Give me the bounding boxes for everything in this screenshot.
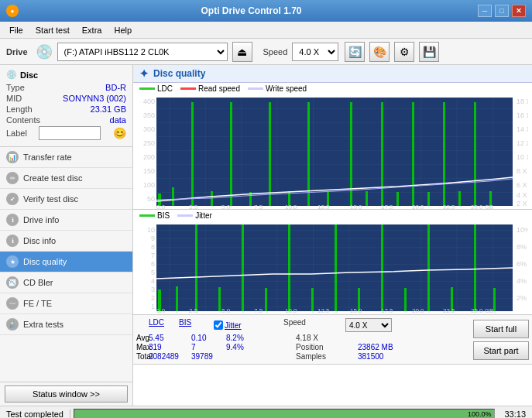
svg-text:10.0: 10.0 [285,307,297,314]
avg-ldc: 5.45 [149,334,191,342]
svg-text:2.5: 2.5 [189,204,198,209]
speed-select[interactable]: 4.0 X [292,43,338,61]
nav-extra-tests[interactable]: 🔬 Extra tests [0,314,132,335]
chart-speed-select[interactable]: 4.0 X [345,318,392,332]
status-window-button[interactable]: Status window >> [5,385,128,403]
svg-rect-69 [195,224,197,311]
maximize-button[interactable]: □ [495,5,509,17]
progress-percent: 100.0% [468,410,492,418]
charts-area: LDC Read speed Write speed [133,83,532,406]
legend-bis: BIS [139,211,170,220]
svg-rect-71 [242,224,244,311]
transfer-rate-icon: 📊 [6,151,19,163]
svg-rect-31 [381,102,383,206]
start-part-button[interactable]: Start part [473,341,529,360]
save-button[interactable]: 💾 [419,42,439,62]
max-label: Max [136,343,149,351]
svg-text:17.5: 17.5 [381,307,393,314]
menu-extra[interactable]: Extra [76,24,108,36]
svg-text:16 X: 16 X [517,111,528,119]
stats-table: LDC BIS Jitter Speed 4.0 X Avg [136,318,467,361]
drive-select[interactable]: (F:) ATAPI iHBS112 2 CL0K [57,43,228,61]
svg-rect-82 [493,288,496,311]
settings-button1[interactable]: 🎨 [369,42,390,62]
nav-extra-tests-label: Extra tests [23,320,63,329]
max-ldc: 319 [149,343,191,351]
minimize-button[interactable]: ─ [478,5,492,17]
svg-rect-36 [458,191,461,206]
nav-verify-test-disc[interactable]: ✔ Verify test disc [0,189,132,210]
total-ldc: 2082489 [149,352,191,361]
label-input[interactable] [39,126,101,140]
toolbar: Drive 💿 (F:) ATAPI iHBS112 2 CL0K ⏏ Spee… [0,39,532,65]
nav-drive-info[interactable]: ℹ Drive info [0,210,132,231]
svg-text:9: 9 [151,235,155,242]
menu-start-test[interactable]: Start test [29,24,76,36]
svg-text:7.5: 7.5 [254,307,263,314]
titlebar: ● Opti Drive Control 1.70 ─ □ ✕ [0,0,532,22]
mid-value: SONYNN3 (002) [63,94,126,103]
svg-text:18 X: 18 X [517,98,528,105]
svg-rect-25 [269,102,271,206]
nav-cd-bler[interactable]: 📉 CD Bler [0,272,132,293]
svg-text:6: 6 [151,260,155,268]
eject-button[interactable]: ⏏ [232,42,252,62]
read-speed-color [180,87,196,90]
disc-quality-header-icon: ✦ [139,67,149,80]
svg-text:20.0: 20.0 [412,204,424,209]
nav-create-test-disc[interactable]: ✏ Create test disc [0,168,132,189]
nav-drive-info-label: Drive info [23,215,59,224]
speed-label: Speed [263,47,288,57]
samples-label: Samples [296,352,358,361]
settings-button2[interactable]: ⚙ [394,42,414,62]
svg-rect-33 [412,102,414,206]
svg-text:150: 150 [143,167,155,175]
nav-disc-info[interactable]: ℹ Disc info [0,231,132,252]
svg-rect-78 [404,288,407,311]
svg-text:0.0: 0.0 [156,307,166,314]
disc-info-icon: ℹ [6,235,19,247]
action-buttons: Start full Start part [473,318,529,361]
length-value: 23.31 GB [91,104,126,114]
type-value: BD-R [105,83,126,92]
svg-text:10 X: 10 X [517,153,528,161]
app-title: Opti Drive Control 1.70 [25,5,478,16]
refresh-button[interactable]: 🔄 [345,42,365,62]
svg-text:10: 10 [147,226,155,234]
nav-cd-bler-label: CD Bler [23,278,53,287]
status-time: 33:13 [498,409,532,419]
svg-rect-74 [311,288,314,311]
nav-disc-quality[interactable]: ★ Disc quality [0,252,132,272]
nav-transfer-rate-label: Transfer rate [23,152,72,162]
jitter-color [177,214,193,217]
window-controls: ─ □ ✕ [478,5,526,17]
menu-help[interactable]: Help [108,24,138,36]
chart1-legend: LDC Read speed Write speed [133,83,532,94]
svg-text:5.0: 5.0 [221,307,231,314]
close-button[interactable]: ✕ [512,5,526,17]
nav-transfer-rate[interactable]: 📊 Transfer rate [0,147,132,168]
write-speed-color [248,87,263,90]
nav-verify-test-disc-label: Verify test disc [23,194,78,204]
svg-rect-68 [176,286,178,311]
svg-text:2: 2 [151,294,155,302]
start-full-button[interactable]: Start full [473,320,529,338]
svg-text:25.0 GB: 25.0 GB [471,204,493,209]
svg-text:0.0: 0.0 [156,204,166,209]
speed-header: Speed [283,318,345,332]
menu-file[interactable]: File [3,24,29,36]
svg-text:200: 200 [143,153,155,161]
nav-fe-te[interactable]: 〰 FE / TE [0,293,132,314]
svg-rect-75 [335,224,337,311]
svg-text:50: 50 [147,195,155,203]
nav-create-test-disc-label: Create test disc [23,173,82,183]
svg-text:8: 8 [151,243,155,251]
svg-text:1: 1 [151,303,155,310]
sidebar-navigation: 📊 Transfer rate ✏ Create test disc ✔ Ver… [0,147,132,382]
drive-info-icon: ℹ [6,214,19,226]
label-icon[interactable]: 😊 [113,127,126,139]
jitter-checkbox[interactable] [214,320,223,330]
position-label: Position [296,343,358,351]
svg-text:7: 7 [151,252,155,259]
mid-key: MID [6,94,22,103]
